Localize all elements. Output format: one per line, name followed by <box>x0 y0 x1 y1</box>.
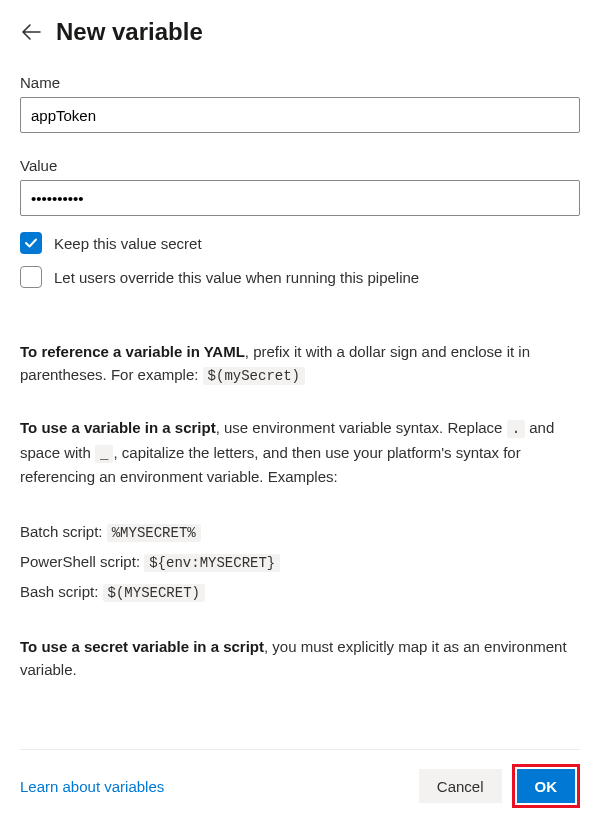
back-arrow-icon[interactable] <box>20 21 42 43</box>
cancel-button[interactable]: Cancel <box>419 769 502 803</box>
name-input[interactable] <box>20 97 580 133</box>
page-title: New variable <box>56 18 203 46</box>
value-input[interactable] <box>20 180 580 216</box>
keep-secret-checkbox[interactable] <box>20 232 42 254</box>
allow-override-label: Let users override this value when runni… <box>54 269 419 286</box>
allow-override-checkbox[interactable] <box>20 266 42 288</box>
keep-secret-label: Keep this value secret <box>54 235 202 252</box>
ok-button-highlight: OK <box>512 764 581 808</box>
ok-button[interactable]: OK <box>517 769 576 803</box>
learn-about-variables-link[interactable]: Learn about variables <box>20 778 164 795</box>
value-label: Value <box>20 157 580 174</box>
name-label: Name <box>20 74 580 91</box>
help-text: To reference a variable in YAML, prefix … <box>20 340 580 709</box>
